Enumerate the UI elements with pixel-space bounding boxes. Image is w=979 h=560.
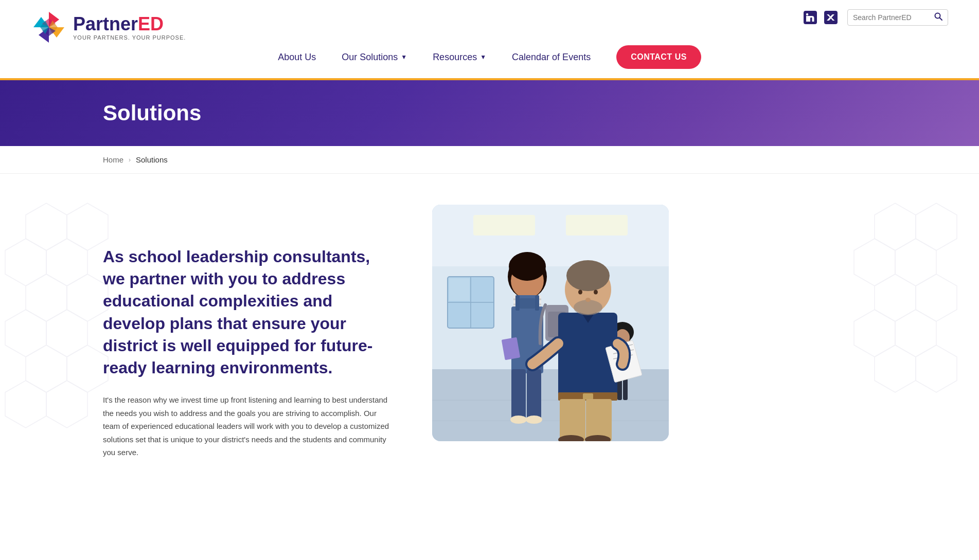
svg-marker-34	[875, 345, 916, 392]
svg-point-89	[585, 298, 591, 302]
svg-marker-17	[5, 239, 46, 286]
svg-rect-39	[432, 369, 669, 441]
main-content: As school leadership consultants, we par…	[0, 174, 979, 534]
search-input[interactable]	[853, 13, 930, 22]
svg-rect-37	[432, 205, 669, 266]
logo-tagline: YOUR PARTNERS. YOUR PURPOSE.	[73, 34, 186, 41]
header-utilities	[803, 9, 948, 26]
search-icon[interactable]	[934, 12, 942, 23]
svg-rect-69	[520, 298, 535, 309]
nav: About Us Our Solutions ▼ Resources ▼ Cal…	[0, 45, 979, 78]
breadcrumb: Home › Solutions	[0, 146, 979, 174]
logo-icon	[31, 9, 67, 45]
svg-rect-67	[515, 295, 520, 311]
breadcrumb-home[interactable]: Home	[103, 155, 123, 164]
logo-text: PartnerED YOUR PARTNERS. YOUR PURPOSE.	[73, 14, 186, 41]
svg-marker-30	[875, 274, 916, 321]
svg-marker-15	[67, 203, 108, 250]
hero-banner: Solutions	[0, 80, 979, 146]
nav-calendar[interactable]: Calendar of Events	[512, 52, 591, 63]
svg-marker-29	[854, 239, 895, 286]
svg-rect-71	[527, 369, 541, 421]
svg-point-73	[526, 416, 542, 424]
solutions-chevron-icon: ▼	[401, 53, 407, 61]
main-body-text: It's the reason why we invest time up fr…	[103, 393, 391, 459]
svg-point-88	[594, 290, 598, 295]
linkedin-icon[interactable]	[803, 10, 817, 25]
hero-title: Solutions	[103, 101, 876, 125]
svg-point-86	[574, 300, 602, 315]
svg-rect-47	[449, 278, 470, 301]
breadcrumb-current: Solutions	[136, 155, 168, 164]
svg-point-61	[509, 252, 546, 281]
svg-marker-25	[5, 381, 46, 428]
main-heading: As school leadership consultants, we par…	[103, 246, 391, 379]
breadcrumb-separator: ›	[129, 156, 131, 164]
nav-about[interactable]: About Us	[278, 52, 316, 63]
svg-rect-81	[586, 399, 612, 441]
svg-marker-14	[26, 203, 67, 250]
scene-illustration	[432, 205, 669, 441]
svg-marker-20	[46, 310, 87, 357]
twitter-icon[interactable]	[824, 10, 838, 25]
nav-resources[interactable]: Resources ▼	[433, 52, 486, 63]
svg-rect-42	[473, 215, 535, 236]
svg-marker-35	[916, 345, 957, 392]
logo[interactable]: PartnerED YOUR PARTNERS. YOUR PURPOSE.	[31, 9, 186, 45]
search-box	[847, 9, 948, 26]
resources-chevron-icon: ▼	[480, 53, 486, 61]
nav-solutions[interactable]: Our Solutions ▼	[342, 52, 407, 63]
svg-marker-19	[67, 274, 108, 321]
svg-marker-21	[5, 310, 46, 357]
contact-button[interactable]: CONTACT US	[616, 45, 701, 69]
svg-marker-33	[854, 310, 895, 357]
svg-point-72	[510, 416, 527, 424]
header-top: PartnerED YOUR PARTNERS. YOUR PURPOSE.	[0, 0, 979, 45]
svg-marker-27	[916, 203, 957, 250]
header: PartnerED YOUR PARTNERS. YOUR PURPOSE.	[0, 0, 979, 80]
svg-marker-22	[26, 345, 67, 392]
svg-marker-26	[875, 203, 916, 250]
svg-marker-32	[895, 310, 936, 357]
content-left: As school leadership consultants, we par…	[103, 205, 391, 459]
svg-marker-16	[46, 239, 87, 286]
svg-point-10	[806, 13, 808, 15]
svg-point-85	[566, 260, 610, 291]
svg-point-87	[578, 290, 582, 295]
svg-rect-43	[566, 215, 628, 236]
logo-name: PartnerED	[73, 14, 186, 34]
svg-rect-68	[535, 295, 539, 311]
social-icons	[803, 10, 838, 25]
svg-marker-24	[46, 381, 87, 428]
svg-rect-70	[511, 369, 526, 421]
content-right	[432, 205, 669, 441]
svg-marker-31	[916, 274, 957, 321]
svg-marker-18	[26, 274, 67, 321]
svg-rect-9	[806, 16, 808, 22]
svg-rect-80	[560, 399, 585, 441]
svg-rect-79	[583, 393, 593, 400]
svg-line-13	[940, 18, 942, 21]
main-image	[432, 205, 669, 441]
svg-marker-28	[895, 239, 936, 286]
svg-marker-23	[67, 345, 108, 392]
